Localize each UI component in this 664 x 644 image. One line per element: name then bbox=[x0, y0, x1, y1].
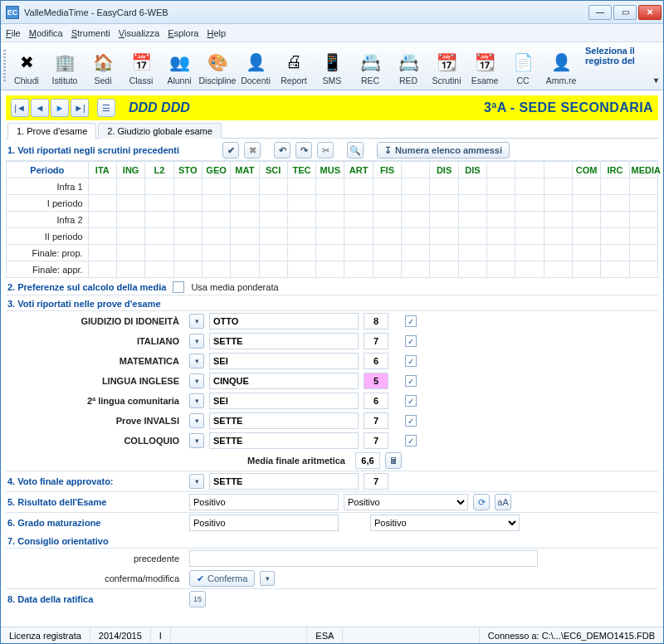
grid-cell[interactable] bbox=[544, 212, 572, 228]
grid-cell[interactable] bbox=[287, 195, 315, 212]
grid-cell[interactable] bbox=[430, 228, 458, 245]
tab-prove-esame[interactable]: 1. Prove d'esame bbox=[7, 123, 96, 139]
toolbar-scrutini[interactable]: 📆Scrutini bbox=[427, 42, 466, 90]
voto-finale-num[interactable]: 7 bbox=[364, 473, 388, 490]
grid-cell[interactable] bbox=[487, 245, 515, 261]
grid-cell[interactable] bbox=[145, 212, 173, 228]
grid-cell[interactable] bbox=[316, 195, 344, 212]
grid-cell[interactable] bbox=[287, 178, 315, 195]
grid-cell[interactable] bbox=[601, 212, 629, 228]
grid-cell[interactable] bbox=[287, 245, 315, 261]
grid-cell[interactable] bbox=[88, 195, 116, 212]
grid-cell[interactable] bbox=[629, 245, 657, 261]
grid-cell[interactable] bbox=[487, 178, 515, 195]
grid-cell[interactable] bbox=[373, 228, 401, 245]
toolbar-alunni[interactable]: 👥Alunni bbox=[160, 42, 198, 90]
cancel-edit-button[interactable]: ✖ bbox=[244, 142, 261, 159]
tab-giudizio-globale[interactable]: 2. Giudizio globale esame bbox=[98, 123, 222, 139]
usa-media-ponderata-checkbox[interactable] bbox=[173, 281, 184, 293]
grid-cell[interactable] bbox=[287, 261, 315, 278]
grid-cell[interactable] bbox=[430, 195, 458, 212]
prove-check[interactable]: ✓ bbox=[405, 415, 417, 427]
grid-cell[interactable] bbox=[515, 195, 544, 212]
grid-cell[interactable] bbox=[316, 212, 344, 228]
prove-num[interactable]: 7 bbox=[364, 333, 388, 349]
grid-cell[interactable] bbox=[402, 245, 430, 261]
grid-cell[interactable] bbox=[145, 245, 173, 261]
grid-cell[interactable] bbox=[88, 245, 116, 261]
zoom-button[interactable]: 🔍 bbox=[347, 142, 364, 159]
menu-file[interactable]: File bbox=[6, 28, 21, 38]
grid-cell[interactable] bbox=[344, 228, 373, 245]
grid-cell[interactable] bbox=[202, 261, 230, 278]
nav-last-button[interactable]: ►| bbox=[71, 99, 89, 117]
grid-cell[interactable] bbox=[316, 178, 344, 195]
prove-num[interactable]: 8 bbox=[364, 313, 388, 329]
grid-cell[interactable] bbox=[430, 212, 458, 228]
voto-finale-dd[interactable]: ▾ bbox=[189, 474, 204, 489]
grid-cell[interactable] bbox=[145, 261, 173, 278]
grid-cell[interactable] bbox=[402, 228, 430, 245]
grid-cell[interactable] bbox=[572, 228, 600, 245]
grid-cell[interactable] bbox=[173, 212, 202, 228]
prove-check[interactable]: ✓ bbox=[405, 375, 417, 387]
grid-cell[interactable] bbox=[601, 228, 629, 245]
grid-cell[interactable] bbox=[487, 212, 515, 228]
undo-button[interactable]: ↶ bbox=[274, 142, 290, 159]
toolbar-docenti[interactable]: 👤Docenti bbox=[237, 42, 275, 90]
grid-cell[interactable] bbox=[430, 261, 458, 278]
toolbar-classi[interactable]: 📅Classi bbox=[122, 42, 160, 90]
close-button[interactable]: ✕ bbox=[638, 5, 662, 20]
grid-cell[interactable] bbox=[572, 212, 600, 228]
prove-word[interactable]: SEI bbox=[209, 353, 359, 369]
grid-cell[interactable] bbox=[231, 245, 259, 261]
nav-list-button[interactable]: ☰ bbox=[97, 99, 115, 117]
grid-cell[interactable] bbox=[344, 261, 373, 278]
prove-dd[interactable]: ▾ bbox=[189, 314, 204, 329]
prove-dd[interactable]: ▾ bbox=[189, 393, 204, 408]
grid-cell[interactable] bbox=[402, 195, 430, 212]
prove-word[interactable]: SEI bbox=[209, 393, 359, 409]
grid-cell[interactable] bbox=[88, 178, 116, 195]
grid-cell[interactable] bbox=[487, 261, 515, 278]
toolbar-rec[interactable]: 📇REC bbox=[351, 42, 389, 90]
nav-play-button[interactable]: ► bbox=[51, 99, 69, 117]
grid-cell[interactable] bbox=[145, 195, 173, 212]
prove-check[interactable]: ✓ bbox=[405, 355, 417, 367]
grid-cell[interactable] bbox=[231, 228, 259, 245]
redo-button[interactable]: ↷ bbox=[295, 142, 312, 159]
grid-cell[interactable] bbox=[231, 178, 259, 195]
menu-esplora[interactable]: Esplora bbox=[168, 28, 198, 38]
grid-cell[interactable] bbox=[629, 212, 657, 228]
grid-cell[interactable] bbox=[231, 195, 259, 212]
numera-elenco-button[interactable]: ↧Numera elenco ammessi bbox=[377, 142, 510, 159]
grid-cell[interactable] bbox=[287, 212, 315, 228]
grid-cell[interactable] bbox=[458, 228, 486, 245]
grid-cell[interactable] bbox=[202, 245, 230, 261]
grid-cell[interactable] bbox=[544, 245, 572, 261]
risultato-esame-select[interactable]: Positivo bbox=[344, 494, 468, 510]
grid-cell[interactable] bbox=[173, 228, 202, 245]
grid-cell[interactable] bbox=[259, 178, 287, 195]
grid-cell[interactable] bbox=[629, 228, 657, 245]
grid-cell[interactable] bbox=[544, 178, 572, 195]
grid-cell[interactable] bbox=[515, 228, 544, 245]
grid-cell[interactable] bbox=[572, 178, 600, 195]
grid-cell[interactable] bbox=[430, 245, 458, 261]
grid-cell[interactable] bbox=[544, 228, 572, 245]
prove-dd[interactable]: ▾ bbox=[189, 413, 204, 428]
grid-cell[interactable] bbox=[116, 245, 144, 261]
grid-cell[interactable] bbox=[629, 178, 657, 195]
toolbar-red[interactable]: 📇RED bbox=[389, 42, 427, 90]
menu-strumenti[interactable]: Strumenti bbox=[71, 28, 110, 38]
conferma-button[interactable]: ✔Conferma bbox=[189, 570, 255, 587]
grid-cell[interactable] bbox=[601, 245, 629, 261]
grid-cell[interactable] bbox=[173, 245, 202, 261]
minimize-button[interactable]: ― bbox=[588, 5, 612, 20]
case-button[interactable]: aA bbox=[495, 494, 511, 510]
grid-cell[interactable] bbox=[145, 228, 173, 245]
menu-visualizza[interactable]: Visualizza bbox=[119, 28, 159, 38]
grid-cell[interactable] bbox=[515, 178, 544, 195]
date-picker-button[interactable]: 15 bbox=[189, 591, 206, 607]
calc-button[interactable]: 🖩 bbox=[385, 452, 402, 469]
